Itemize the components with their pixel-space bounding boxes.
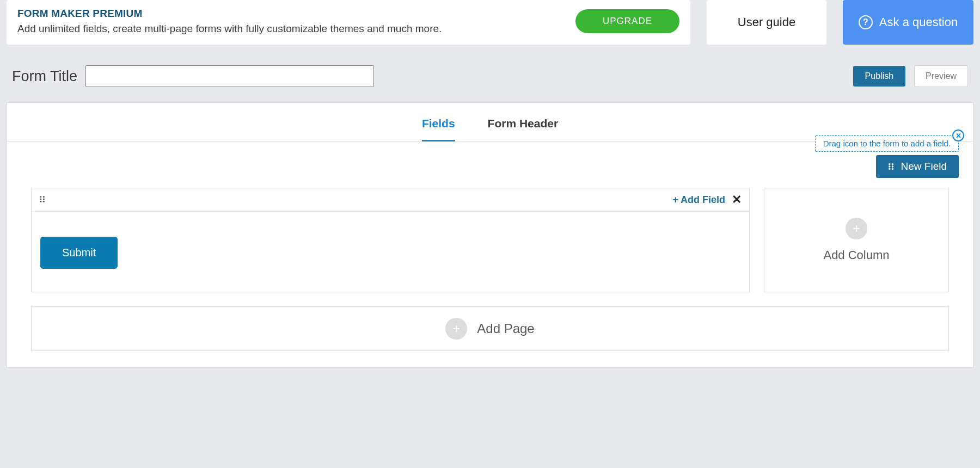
add-page-button[interactable]: + Add Page bbox=[31, 306, 949, 351]
form-title-row: Form Title Publish Preview bbox=[0, 45, 980, 102]
submit-area: Submit bbox=[32, 212, 749, 292]
svg-point-4 bbox=[889, 168, 890, 170]
form-column: + Add Field ✕ Submit bbox=[31, 188, 750, 292]
ask-question-label: Ask a question bbox=[879, 15, 958, 29]
add-field-label: Add Field bbox=[681, 194, 725, 206]
upgrade-button[interactable]: UPGRADE bbox=[575, 9, 679, 33]
add-column-label: Add Column bbox=[823, 248, 889, 262]
hint-text: Drag icon to the form to add a field. bbox=[823, 139, 951, 148]
ask-question-button[interactable]: ? Ask a question bbox=[843, 0, 973, 45]
submit-button[interactable]: Submit bbox=[40, 237, 118, 269]
form-column-header: + Add Field ✕ bbox=[32, 188, 749, 212]
promo-title: FORM MAKER PREMIUM bbox=[17, 8, 442, 20]
plus-circle-icon: + bbox=[846, 218, 867, 239]
svg-point-0 bbox=[889, 163, 890, 165]
svg-point-8 bbox=[40, 198, 41, 200]
new-field-button[interactable]: New Field bbox=[876, 155, 959, 178]
editor-panel: Fields Form Header Drag icon to the form… bbox=[7, 102, 973, 368]
svg-point-9 bbox=[43, 198, 45, 200]
add-page-label: Add Page bbox=[477, 321, 534, 336]
hint-close-icon[interactable]: ✕ bbox=[952, 130, 964, 141]
add-column-button[interactable]: + Add Column bbox=[764, 188, 949, 292]
svg-point-6 bbox=[40, 196, 41, 198]
plus-circle-icon: + bbox=[445, 318, 467, 340]
form-column-actions: + Add Field ✕ bbox=[672, 193, 742, 207]
svg-point-3 bbox=[891, 165, 893, 167]
remove-column-icon[interactable]: ✕ bbox=[732, 193, 742, 207]
preview-button[interactable]: Preview bbox=[914, 65, 968, 87]
panel-body: + Add Field ✕ Submit + Add Column + Add … bbox=[7, 141, 973, 367]
form-title-input[interactable] bbox=[85, 65, 374, 87]
form-title-actions: Publish Preview bbox=[853, 65, 968, 87]
plus-icon: + bbox=[672, 194, 678, 206]
hint-balloon: Drag icon to the form to add a field. ✕ bbox=[815, 135, 959, 152]
tab-form-header[interactable]: Form Header bbox=[488, 117, 559, 141]
drag-handle-icon[interactable] bbox=[39, 194, 47, 206]
svg-point-2 bbox=[889, 165, 890, 167]
grip-icon bbox=[888, 163, 896, 170]
form-title-label: Form Title bbox=[12, 68, 77, 85]
svg-point-11 bbox=[43, 200, 45, 202]
promo-subtitle: Add unlimited fields, create multi-page … bbox=[17, 23, 442, 35]
form-title-left: Form Title bbox=[12, 65, 374, 87]
svg-point-10 bbox=[40, 200, 41, 202]
user-guide-label: User guide bbox=[738, 15, 795, 29]
publish-button[interactable]: Publish bbox=[853, 66, 905, 87]
canvas-row: + Add Field ✕ Submit + Add Column bbox=[31, 188, 949, 292]
promo-card: FORM MAKER PREMIUM Add unlimited fields,… bbox=[7, 0, 690, 45]
tab-fields[interactable]: Fields bbox=[422, 117, 455, 141]
add-field-button[interactable]: + Add Field bbox=[672, 194, 725, 206]
svg-point-5 bbox=[891, 168, 893, 170]
svg-point-7 bbox=[43, 196, 45, 198]
new-field-label: New Field bbox=[901, 161, 947, 173]
promo-text: FORM MAKER PREMIUM Add unlimited fields,… bbox=[17, 8, 442, 35]
top-bar: FORM MAKER PREMIUM Add unlimited fields,… bbox=[0, 0, 980, 45]
svg-point-1 bbox=[891, 163, 893, 165]
user-guide-button[interactable]: User guide bbox=[707, 0, 826, 45]
help-icon: ? bbox=[859, 15, 873, 29]
